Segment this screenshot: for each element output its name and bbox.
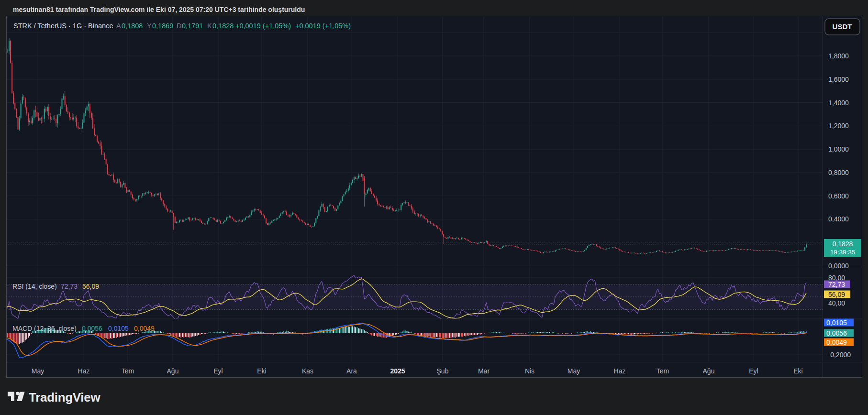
svg-text:Ağu: Ağu [703,367,715,375]
svg-text:Haz: Haz [78,367,90,375]
svg-text:72,73: 72,73 [828,281,845,288]
svg-text:STRK / TetherUS · 1G · Binance: STRK / TetherUS · 1G · Binance [13,22,113,30]
svg-text:RSI (14, close): RSI (14, close) [12,283,57,290]
svg-text:mesutinan81 tarafından Trading: mesutinan81 tarafından TradingView.com i… [13,6,305,13]
svg-text:Şub: Şub [437,367,449,375]
svg-text:0,0000: 0,0000 [828,262,849,270]
svg-text:Ara: Ara [346,367,357,375]
svg-text:Tem: Tem [122,367,134,375]
svg-text:40,00: 40,00 [828,299,845,307]
svg-text:0,0056: 0,0056 [82,325,102,332]
svg-text:Kas: Kas [302,367,313,375]
svg-text:0,0056: 0,0056 [826,329,847,337]
svg-text:0,6000: 0,6000 [828,192,849,200]
svg-text:1,8000: 1,8000 [828,52,849,60]
svg-text:0,1791: 0,1791 [182,22,203,30]
svg-text:0,0105: 0,0105 [826,319,847,327]
svg-text:1,4000: 1,4000 [828,99,849,107]
svg-text:Haz: Haz [614,367,626,375]
svg-text:K: K [207,22,212,30]
svg-text:Y: Y [147,22,152,30]
svg-text:19:39:35: 19:39:35 [830,249,856,256]
svg-text:0,1808: 0,1808 [122,22,143,30]
svg-text:Eyl: Eyl [749,367,758,375]
svg-text:0,0049: 0,0049 [826,339,847,346]
svg-text:May: May [32,367,44,375]
svg-text:0,0105: 0,0105 [108,325,129,332]
svg-text:Tem: Tem [657,367,669,375]
svg-text:+0,0019 (+1,05%): +0,0019 (+1,05%) [295,22,351,30]
svg-text:0,1828: 0,1828 [212,22,234,30]
svg-text:0,4000: 0,4000 [828,215,849,223]
svg-text:1,0000: 1,0000 [828,145,849,153]
svg-text:2025: 2025 [390,367,405,375]
svg-text:May: May [568,367,580,375]
svg-text:MACD (12, 26, close): MACD (12, 26, close) [12,325,77,332]
svg-text:72,73: 72,73 [61,283,78,290]
svg-text:0,1828: 0,1828 [833,240,853,248]
svg-text:Eki: Eki [257,367,266,375]
svg-text:1,2000: 1,2000 [828,122,849,130]
svg-text:Ağu: Ağu [167,367,179,375]
svg-text:USDT: USDT [833,22,852,31]
svg-text:56,09: 56,09 [828,291,845,298]
svg-text:0,8000: 0,8000 [828,169,849,176]
svg-text:0,1869: 0,1869 [152,22,173,30]
svg-text:−0,2000: −0,2000 [826,351,851,359]
svg-text:A: A [116,22,121,30]
svg-text:D: D [177,22,181,30]
svg-text:56,09: 56,09 [82,283,99,290]
svg-text:0,0049: 0,0049 [134,325,155,332]
svg-text:Nis: Nis [525,367,534,375]
svg-text:Eyl: Eyl [213,367,223,375]
svg-text:Mar: Mar [478,367,490,375]
svg-text:+0,0019 (+1,05%): +0,0019 (+1,05%) [235,22,291,30]
svg-text:Eki: Eki [793,367,802,375]
svg-text:1,6000: 1,6000 [828,76,849,83]
svg-text:TradingView: TradingView [29,390,100,404]
